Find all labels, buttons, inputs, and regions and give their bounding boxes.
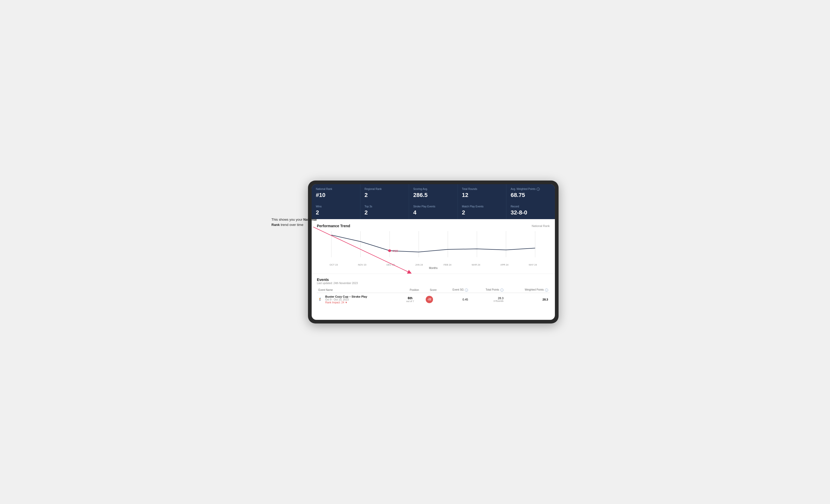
events-table: Event Name Position Score Event SG i Tot… [317,287,550,306]
events-table-header: Event Name Position Score Event SG i Tot… [317,287,550,293]
x-label-oct23: OCT 23 [319,264,348,266]
trend-subtitle: National Rank [532,224,550,228]
page-wrapper: This shows you your National Rank trend … [272,180,558,324]
event-row-icon: 🏌 [317,293,324,306]
events-updated: Last updated: 24th November 2023 [317,282,550,284]
x-label-may24: MAY 24 [519,264,547,266]
stat-stroke-play: Stroke Play Events 4 [409,202,457,219]
stat-national-rank-label: National Rank [316,187,356,191]
stat-top3s-value: 2 [364,209,405,216]
x-label-feb24: FEB 24 [433,264,462,266]
annotation-bold: National Rank [272,217,317,227]
chart-svg: #10 [317,231,550,262]
table-row: 🏌 Buster Cozy Cup – Stroke Play Oct 9 - … [317,293,550,306]
stat-avg-weighted-value: 68.75 [511,192,551,199]
col-weighted-points: Weighted Points i [505,287,550,293]
rank-impact-arrow: ▼ [345,301,348,304]
col-position: Position [400,287,420,293]
event-position-sub: out of 7 [401,300,419,303]
stat-scoring-avg-label: Scoring Avg. [413,187,453,191]
stat-total-rounds-label: Total Rounds [462,187,502,191]
stat-national-rank-value: #10 [316,192,356,199]
trend-title: Performance Trend [317,224,350,228]
x-label-jan24: JAN 24 [405,264,433,266]
stat-national-rank: National Rank #10 [312,184,360,202]
x-label-dec23: DEC 23 [376,264,405,266]
stats-row2: Wins 2 Top 3s 2 Stroke Play Events 4 Mat… [312,202,555,219]
col-score: Score [420,287,438,293]
event-row-score: -22 [420,293,438,306]
annotation: This shows you your National Rank trend … [272,217,318,227]
stat-avg-weighted: Avg. Weighted Points i 68.75 [506,184,555,202]
total-points-value: 28.3 [471,297,504,300]
stat-regional-rank-label: Regional Rank [364,187,405,191]
weighted-points-info-icon[interactable]: i [545,289,548,292]
x-label-nov23: NOV 23 [348,264,376,266]
event-position-main: 6th [401,296,419,300]
stat-scoring-avg: Scoring Avg. 286.5 [409,184,457,202]
annotation-text: This shows you your National Rank trend … [272,217,317,227]
events-section: Events Last updated: 24th November 2023 … [312,274,555,309]
stat-wins: Wins 2 [312,202,360,219]
stat-wins-value: 2 [316,209,356,216]
event-row-weighted-points: 28.3 [505,293,550,306]
stat-total-rounds: Total Rounds 12 [458,184,506,202]
event-row-total-points: 28.3 3 Rounds [470,293,505,306]
chart-x-labels: OCT 23 NOV 23 DEC 23 JAN 24 FEB 24 MAR 2… [317,264,550,266]
event-row-position: 6th out of 7 [400,293,420,306]
stat-stroke-play-value: 4 [413,209,453,216]
trend-section: Performance Trend National Rank [312,219,555,274]
stat-top3s-label: Top 3s [364,205,405,208]
stat-record-label: Record [511,205,551,208]
svg-point-10 [388,249,391,252]
chart-x-axis-title: Months [317,267,550,269]
event-sg-info-icon[interactable]: i [465,289,468,292]
stat-top3s: Top 3s 2 [360,202,409,219]
event-date: Oct 9 - Oct 10, 2023 [325,298,398,301]
stat-avg-weighted-label: Avg. Weighted Points i [511,187,551,191]
col-event-name: Event Name [317,287,400,293]
stat-regional-rank: Regional Rank 2 [360,184,409,202]
trend-header: Performance Trend National Rank [317,224,550,228]
stat-wins-label: Wins [316,205,356,208]
stat-regional-rank-value: 2 [364,192,405,199]
stat-total-rounds-value: 12 [462,192,502,199]
total-rounds-value: 3 Rounds [471,300,504,302]
total-points-info-icon[interactable]: i [500,289,504,292]
stat-match-play-label: Match Play Events [462,205,502,208]
avg-weighted-info-icon[interactable]: i [537,188,540,191]
x-label-apr24: APR 24 [490,264,519,266]
stat-stroke-play-label: Stroke Play Events [413,205,453,208]
event-name: Buster Cozy Cup – Stroke Play [325,295,398,298]
x-label-mar24: MAR 24 [462,264,490,266]
tablet-frame: National Rank #10 Regional Rank 2 Scorin… [308,180,558,324]
stat-match-play-value: 2 [462,209,502,216]
events-title: Events [317,277,550,282]
chart-area: #10 [317,231,550,262]
svg-text:#10: #10 [392,249,398,253]
tablet-screen: National Rank #10 Regional Rank 2 Scorin… [312,184,555,320]
stat-record-value: 32-8-0 [511,209,551,216]
col-total-points: Total Points i [470,287,505,293]
event-row-event-sg: 0.45 [438,293,470,306]
col-event-sg: Event SG i [438,287,470,293]
score-badge: -22 [426,296,433,303]
events-table-body: 🏌 Buster Cozy Cup – Stroke Play Oct 9 - … [317,293,550,306]
event-row-details: Buster Cozy Cup – Stroke Play Oct 9 - Oc… [324,293,400,306]
rank-impact: Rank Impact: 24 ▼ [325,301,398,304]
stat-scoring-avg-value: 286.5 [413,192,453,199]
stat-match-play: Match Play Events 2 [458,202,506,219]
stats-row1: National Rank #10 Regional Rank 2 Scorin… [312,184,555,202]
stat-record: Record 32-8-0 [506,202,555,219]
weighted-points-value: 28.3 [543,298,548,301]
